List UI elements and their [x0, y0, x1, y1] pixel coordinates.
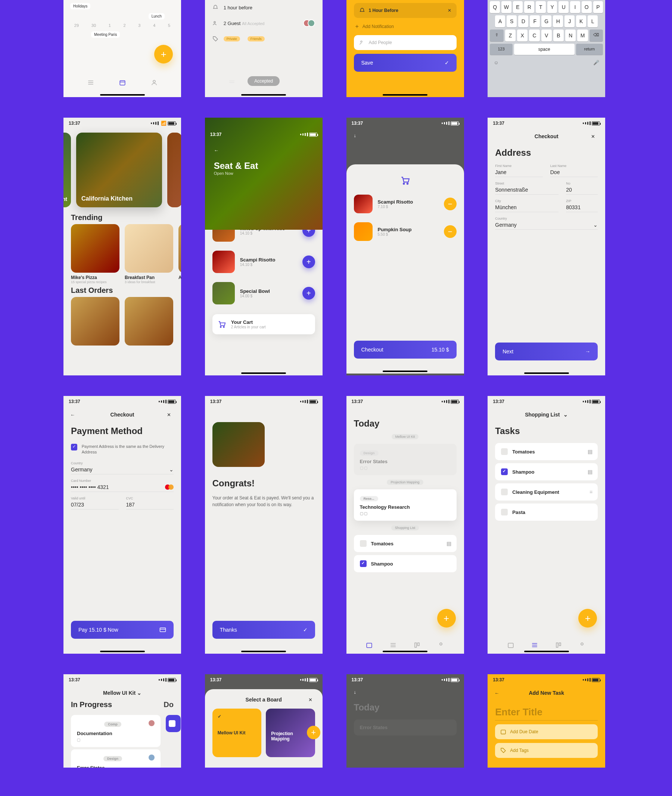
task-item[interactable]: Shampoo▤ [495, 463, 598, 480]
back-icon[interactable]: ← [70, 412, 78, 417]
user-icon[interactable] [151, 79, 158, 86]
list-selector[interactable]: Shopping List ⌄ [525, 412, 568, 417]
home-indicator[interactable] [100, 94, 145, 96]
title-input[interactable]: Enter Title [495, 704, 598, 721]
expiry-field[interactable]: 07/23 [71, 502, 119, 509]
task-item[interactable]: Tomatoes▤ [354, 535, 457, 552]
due-date-input[interactable]: Add Due Date [495, 724, 598, 739]
event-holidays[interactable]: Holidays [70, 3, 90, 9]
home-indicator[interactable] [524, 372, 569, 374]
home-indicator[interactable] [241, 94, 286, 96]
list-icon[interactable] [390, 642, 397, 648]
task-item[interactable]: Shampoo [354, 555, 457, 572]
drag-icon[interactable]: ≡ [589, 489, 592, 495]
back-icon[interactable]: ← [494, 690, 502, 696]
add-button[interactable]: + [578, 609, 597, 627]
back-icon[interactable]: ← [214, 148, 314, 153]
menu-item[interactable]: Scampi Risotto14.10 $+ [205, 246, 323, 278]
trending-item[interactable]: Mike's Pizza15 special pizza recipes [71, 224, 120, 284]
key[interactable]: Q [490, 1, 500, 13]
trending-item[interactable]: Breakfast Pan3 ideas for breakfast [125, 224, 173, 284]
country-select[interactable]: Germany⌄ [495, 222, 598, 230]
close-icon[interactable]: ✕ [448, 8, 451, 13]
close-icon[interactable]: ✕ [167, 412, 174, 417]
reminder-chip[interactable]: 1 Hour Before✕ [354, 3, 457, 18]
kanban-card[interactable]: CompDocumentation▢ [71, 715, 160, 747]
home-indicator[interactable] [100, 651, 145, 652]
kanban-card[interactable]: DesignError States [71, 749, 160, 768]
calendar-icon[interactable] [366, 642, 373, 648]
task-card[interactable]: Rese...Technology Research▢ ▢ [354, 489, 457, 521]
add-people-input[interactable]: Add People [354, 35, 457, 50]
shift-key[interactable]: ⇧ [490, 29, 504, 42]
tags-row[interactable]: PrivateFriends [205, 31, 323, 46]
list-icon[interactable] [531, 642, 538, 648]
home-indicator[interactable] [524, 651, 569, 652]
calendar-icon[interactable] [507, 642, 514, 648]
lastname-field[interactable]: Doe [550, 169, 598, 177]
add-notification[interactable]: +Add Notification [346, 21, 464, 32]
trending-item[interactable]: As [178, 224, 181, 284]
board-selector[interactable]: Mellow UI Kit ⌄ [103, 690, 141, 696]
menu-item[interactable]: Special Bowl14.00 $+ [205, 278, 323, 309]
remove-icon[interactable]: − [444, 225, 457, 238]
event-meeting[interactable]: Meeting Paris [91, 31, 120, 38]
board-card[interactable]: ✓Mellow UI Kit [213, 709, 262, 757]
cvc-field[interactable]: 187 [126, 502, 174, 509]
num-key[interactable]: 123 [490, 44, 513, 55]
column-heading: In Progress [71, 700, 112, 709]
collapse-icon[interactable]: ↓ [346, 129, 464, 142]
checkout-button[interactable]: Checkout15.10 $ [354, 341, 457, 359]
list-icon[interactable] [87, 79, 94, 86]
emoji-icon[interactable]: ☺ [494, 60, 498, 65]
drag-icon[interactable]: ▤ [588, 469, 592, 475]
close-icon[interactable]: ✕ [591, 134, 598, 139]
home-indicator[interactable] [382, 94, 427, 96]
guests-row[interactable]: 2 Guest All Accepted [205, 15, 323, 31]
country-select[interactable]: Germany⌄ [71, 467, 174, 474]
drag-icon[interactable]: ▤ [446, 541, 451, 546]
add-board-button[interactable]: + [307, 726, 320, 739]
cart-summary[interactable]: Your Cart2 Articles in your cart [213, 314, 315, 334]
save-button[interactable]: Save✓ [354, 54, 457, 72]
task-item[interactable]: Tomatoes▤ [495, 443, 598, 460]
reminder-row[interactable]: 1 hour before [205, 0, 323, 15]
board-icon[interactable] [555, 642, 562, 648]
street-field[interactable]: Sonnenstraße [495, 187, 558, 194]
collapse-icon[interactable]: ↓ [346, 685, 464, 698]
home-indicator[interactable] [241, 372, 286, 374]
home-indicator[interactable] [382, 371, 427, 372]
firstname-field[interactable]: Jane [495, 169, 543, 177]
home-indicator[interactable] [241, 651, 286, 652]
remove-icon[interactable]: − [444, 197, 457, 210]
user-icon[interactable] [438, 642, 444, 648]
add-button[interactable]: + [437, 609, 456, 627]
mic-icon[interactable]: 🎤 [593, 60, 599, 65]
home-indicator[interactable] [382, 651, 427, 652]
return-key[interactable]: return [576, 44, 603, 55]
event-lunch[interactable]: Lunch [149, 13, 165, 19]
thanks-button[interactable]: Thanks✓ [213, 621, 315, 639]
next-button[interactable]: Next→ [495, 342, 598, 361]
task-card[interactable]: DesignError States▢ ▢ [354, 444, 457, 475]
task-item[interactable]: Pasta [495, 504, 598, 521]
task-item[interactable]: Cleaning Equipment≡ [495, 483, 598, 501]
board-icon[interactable] [414, 642, 420, 648]
card-field[interactable]: •••• •••• •••• 4321 [71, 484, 174, 492]
calendar-icon[interactable] [119, 79, 126, 86]
add-icon[interactable]: + [302, 255, 315, 268]
backspace-key[interactable]: ⌫ [589, 29, 603, 42]
add-button[interactable]: + [154, 45, 173, 64]
number-field[interactable]: 20 [566, 187, 598, 194]
tags-input[interactable]: Add Tags [495, 743, 598, 758]
svg-point-7 [407, 183, 408, 184]
space-key[interactable]: space [514, 44, 574, 55]
zip-field[interactable]: 80331 [566, 204, 598, 212]
pay-button[interactable]: Pay 15.10 $ Now [71, 621, 174, 639]
close-icon[interactable]: ✕ [308, 697, 316, 703]
city-field[interactable]: München [495, 204, 558, 212]
add-icon[interactable]: + [302, 287, 315, 300]
same-address-checkbox[interactable] [71, 444, 77, 451]
drag-icon[interactable]: ▤ [588, 449, 592, 454]
user-icon[interactable] [579, 642, 586, 648]
